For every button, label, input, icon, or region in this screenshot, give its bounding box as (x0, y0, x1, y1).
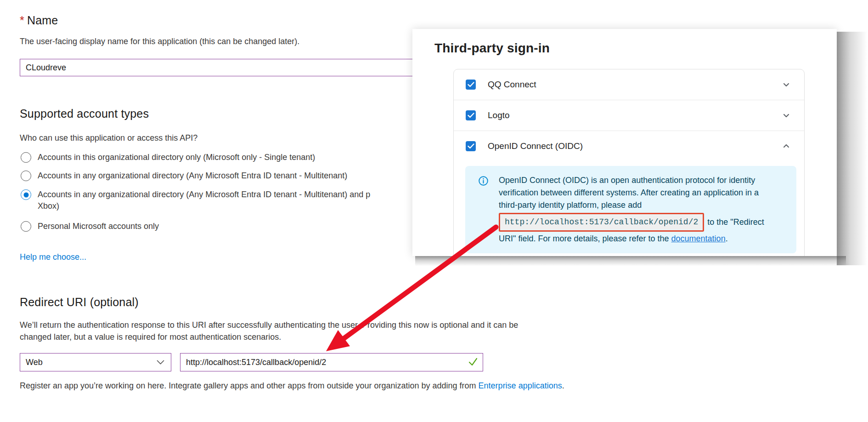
checkbox-checked-icon[interactable] (466, 141, 476, 151)
radio-multitenant-personal[interactable]: Accounts in any organizational directory… (21, 189, 370, 212)
radio-multitenant[interactable]: Accounts in any organizational directory… (21, 171, 347, 182)
required-asterisk: * (20, 14, 24, 27)
provider-row-oidc[interactable]: OpenID Connect (OIDC) (454, 131, 804, 161)
valid-check-icon (468, 358, 478, 368)
radio-personal-only[interactable]: Personal Microsoft accounts only (21, 221, 159, 232)
help-me-choose-link[interactable]: Help me choose... (20, 252, 86, 262)
name-field-label: *Name (20, 14, 58, 27)
provider-row-logto[interactable]: Logto (454, 100, 804, 131)
register-footer-text: Register an app you’re working on here. … (20, 381, 564, 391)
oidc-info-alert: OpenID Connect (OIDC) is an open authent… (465, 166, 796, 253)
info-icon (478, 176, 489, 245)
account-types-question: Who can use this application or access t… (20, 133, 197, 143)
alert-text: OpenID Connect (OIDC) is an open authent… (499, 174, 764, 245)
radio-circle-icon[interactable] (21, 221, 31, 232)
chevron-down-icon[interactable] (780, 79, 792, 91)
callback-url-code: http://localhost:5173/callback/openid/2 (501, 215, 702, 230)
panel-title: Third-party sign-in (434, 41, 550, 56)
providers-card: QQ Connect Logto (453, 69, 805, 256)
chevron-down-icon[interactable] (780, 109, 792, 121)
provider-row-qq-connect[interactable]: QQ Connect (454, 69, 804, 100)
redirect-uri-field-wrap (180, 353, 483, 371)
documentation-link[interactable]: documentation (671, 234, 726, 243)
redirect-uri-heading: Redirect URI (optional) (20, 296, 139, 309)
third-party-sign-in-panel: Third-party sign-in QQ Connect Logto (412, 29, 837, 256)
radio-single-tenant[interactable]: Accounts in this organizational director… (21, 152, 315, 163)
radio-circle-icon[interactable] (21, 152, 31, 163)
name-field-description: The user-facing display name for this ap… (20, 37, 299, 46)
checkbox-checked-icon[interactable] (466, 110, 476, 120)
radio-circle-icon[interactable] (21, 171, 31, 181)
redirect-uri-description: We’ll return the authentication response… (20, 319, 518, 343)
chevron-up-icon[interactable] (780, 140, 792, 152)
checkbox-checked-icon[interactable] (466, 80, 476, 90)
chevron-down-icon (157, 360, 164, 365)
panel-content: Third-party sign-in QQ Connect Logto (412, 29, 837, 256)
enterprise-applications-link[interactable]: Enterprise applications (479, 381, 562, 390)
account-types-heading: Supported account types (20, 107, 149, 120)
platform-select[interactable]: Web (20, 353, 171, 371)
callback-url-annotation-box: http://localhost:5173/callback/openid/2 (499, 213, 704, 232)
redirect-uri-input[interactable] (180, 353, 483, 371)
app-registration-screen: *Name The user-facing display name for t… (0, 0, 868, 422)
radio-selected-icon[interactable] (21, 189, 31, 200)
